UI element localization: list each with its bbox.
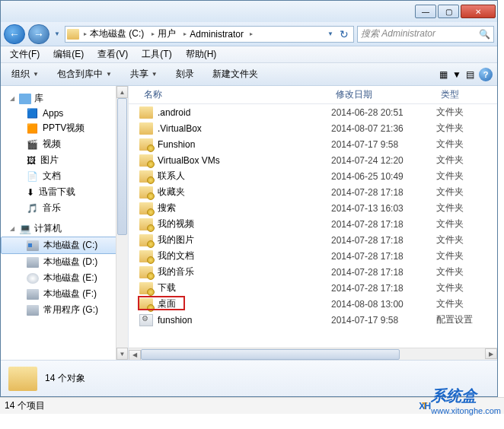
table-row[interactable]: VirtualBox VMs2014-07-24 12:20文件夹 <box>129 152 497 168</box>
search-input[interactable]: 搜索 Administrator 🔍 <box>357 26 494 43</box>
table-row[interactable]: 我的文档2014-07-28 17:18文件夹 <box>129 248 497 264</box>
folder-icon <box>67 29 79 40</box>
file-type: 文件夹 <box>436 249 490 262</box>
sidebar-item-label: 文档 <box>43 170 61 183</box>
table-row[interactable]: funshion2014-07-17 9:58配置设置 <box>129 312 497 328</box>
file-name: 我的音乐 <box>158 265 331 278</box>
column-headers: 名称 修改日期 类型 <box>129 86 497 104</box>
table-row[interactable]: Funshion2014-07-17 9:58文件夹 <box>129 136 497 152</box>
expand-icon[interactable]: ◢ <box>8 225 16 232</box>
file-date: 2014-06-25 10:49 <box>331 171 436 182</box>
column-date[interactable]: 修改日期 <box>331 88 436 101</box>
addr-dropdown[interactable]: ▼ <box>326 25 335 43</box>
view-dropdown[interactable]: ▼ <box>452 69 461 80</box>
table-row[interactable]: .android2014-06-28 20:51文件夹 <box>129 104 497 120</box>
sidebar-item[interactable]: 🟧PPTV视频 <box>1 120 128 136</box>
sidebar: ◢ 库 🟦Apps🟧PPTV视频🎬视频🖼图片📄文档⬇迅雷下载🎵音乐 ◢ 💻 计算… <box>1 86 129 360</box>
table-row[interactable]: 我的音乐2014-07-28 17:18文件夹 <box>129 264 497 280</box>
minimize-button[interactable]: — <box>415 5 436 18</box>
scroll-left-icon[interactable]: ◀ <box>129 350 141 361</box>
file-date: 2014-07-17 9:58 <box>331 139 436 150</box>
table-row[interactable]: 下载2014-07-28 17:18文件夹 <box>129 280 497 296</box>
file-list-pane: 名称 修改日期 类型 .android2014-06-28 20:51文件夹.V… <box>129 86 497 360</box>
sidebar-item[interactable]: 🎵音乐 <box>1 200 128 216</box>
breadcrumb[interactable]: ▸本地磁盘 (C:) <box>81 27 147 40</box>
table-row[interactable]: 我的图片2014-07-28 17:18文件夹 <box>129 232 497 248</box>
history-dropdown[interactable]: ▼ <box>53 25 62 43</box>
table-row[interactable]: 我的视频2014-07-28 17:18文件夹 <box>129 216 497 232</box>
menu-edit[interactable]: 编辑(E) <box>47 46 90 62</box>
doc-icon: 📄 <box>27 171 38 182</box>
scroll-up-icon[interactable]: ▲ <box>116 86 128 98</box>
drive-icon <box>27 240 39 251</box>
file-icon <box>139 122 153 135</box>
sidebar-item-drive[interactable]: 本地磁盘 (F:) <box>1 286 128 302</box>
scroll-down-icon[interactable]: ▼ <box>116 348 128 360</box>
file-name: 我的视频 <box>158 218 331 230</box>
table-row[interactable]: .VirtualBox2014-08-07 21:36文件夹 <box>129 120 497 136</box>
file-icon <box>139 202 153 214</box>
sidebar-computer[interactable]: ◢ 💻 计算机 <box>1 221 128 237</box>
file-type: 文件夹 <box>436 186 490 199</box>
menu-help[interactable]: 帮助(H) <box>180 46 223 62</box>
file-icon <box>139 250 153 262</box>
close-button[interactable]: ✕ <box>461 5 496 18</box>
status-bar: 14 个项目 <box>0 397 504 414</box>
file-icon <box>139 154 153 167</box>
include-library-button[interactable]: 包含到库中▼ <box>51 65 118 83</box>
drive-icon <box>27 273 39 284</box>
sidebar-item-label: 音乐 <box>43 202 61 214</box>
forward-button[interactable]: → <box>28 24 49 44</box>
back-button[interactable]: ← <box>4 24 25 44</box>
file-name: 我的文档 <box>158 249 331 262</box>
sidebar-libraries[interactable]: ◢ 库 <box>1 91 128 106</box>
file-name: funshion <box>158 315 331 326</box>
drive-icon <box>27 257 39 268</box>
file-date: 2014-06-28 20:51 <box>331 107 436 118</box>
file-icon <box>139 282 153 294</box>
sidebar-item[interactable]: ⬇迅雷下载 <box>1 184 128 200</box>
expand-icon[interactable]: ◢ <box>8 95 16 102</box>
column-type[interactable]: 类型 <box>436 88 490 101</box>
share-button[interactable]: 共享▼ <box>124 65 164 83</box>
explorer-window: — ▢ ✕ ← → ▼ ▸本地磁盘 (C:) ▸用户 ▸Administrato… <box>0 0 498 397</box>
scroll-right-icon[interactable]: ▶ <box>485 348 497 359</box>
sidebar-item-drive[interactable]: 常用程序 (G:) <box>1 302 128 318</box>
burn-button[interactable]: 刻录 <box>170 65 200 83</box>
new-folder-button[interactable]: 新建文件夹 <box>206 65 264 83</box>
view-mode-button[interactable]: ▦ <box>439 69 448 80</box>
file-icon <box>139 106 153 119</box>
menu-file[interactable]: 文件(F) <box>4 46 46 62</box>
file-date: 2014-08-07 21:36 <box>331 123 436 134</box>
address-bar[interactable]: ▸本地磁盘 (C:) ▸用户 ▸Administrator▸ ▼ ↻ <box>65 26 354 43</box>
table-row[interactable]: 搜索2014-07-13 16:03文件夹 <box>129 200 497 216</box>
sidebar-item-drive[interactable]: 本地磁盘 (E:) <box>1 270 128 286</box>
menu-view[interactable]: 查看(V) <box>91 46 134 62</box>
scroll-thumb[interactable] <box>117 98 127 235</box>
sidebar-item-drive[interactable]: 本地磁盘 (C:) <box>1 237 128 254</box>
sidebar-item-drive[interactable]: 本地磁盘 (D:) <box>1 254 128 270</box>
scroll-thumb[interactable] <box>141 349 400 360</box>
horizontal-scrollbar[interactable]: ◀ ▶ <box>129 348 497 360</box>
sidebar-item-label: 本地磁盘 (C:) <box>43 239 97 252</box>
breadcrumb[interactable]: ▸用户 <box>148 27 179 40</box>
sidebar-item[interactable]: 🎬视频 <box>1 136 128 152</box>
sidebar-scrollbar[interactable]: ▲ ▼ <box>116 86 128 360</box>
sidebar-item[interactable]: 🟦Apps <box>1 106 128 120</box>
file-type: 配置设置 <box>436 313 490 326</box>
breadcrumb[interactable]: ▸Administrator▸ <box>180 29 256 40</box>
maximize-button[interactable]: ▢ <box>438 5 459 18</box>
organize-button[interactable]: 组织▼ <box>5 65 45 83</box>
preview-pane-button[interactable]: ▤ <box>466 69 474 80</box>
column-name[interactable]: 名称 <box>139 88 331 101</box>
file-date: 2014-07-17 9:58 <box>331 315 436 326</box>
refresh-icon[interactable]: ↻ <box>337 27 352 42</box>
table-row[interactable]: 联系人2014-06-25 10:49文件夹 <box>129 168 497 184</box>
sidebar-item[interactable]: 🖼图片 <box>1 152 128 168</box>
sidebar-item[interactable]: 📄文档 <box>1 168 128 184</box>
pptv-icon: 🟧 <box>27 123 38 134</box>
table-row[interactable]: 收藏夹2014-07-28 17:18文件夹 <box>129 184 497 200</box>
help-icon[interactable]: ? <box>479 68 493 81</box>
menu-tools[interactable]: 工具(T) <box>136 46 177 62</box>
file-name: .VirtualBox <box>158 123 331 134</box>
